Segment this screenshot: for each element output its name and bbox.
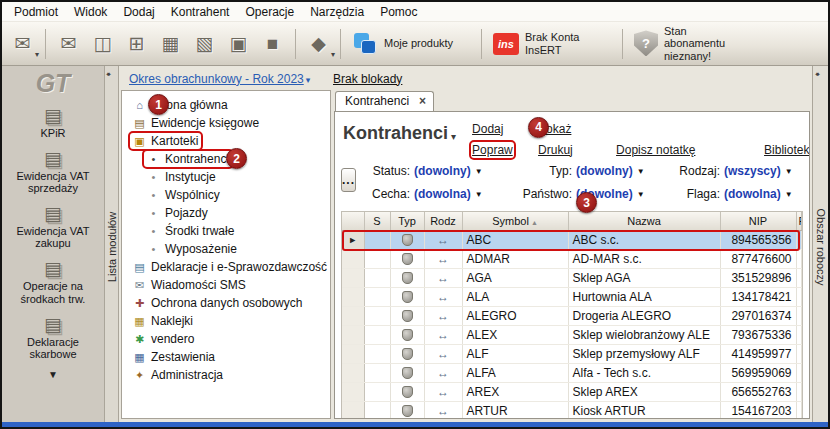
cell-typ <box>390 249 424 268</box>
filter-value-dropdown[interactable]: (dowolna) <box>724 187 781 201</box>
column-header-typ[interactable]: Typ <box>390 212 424 230</box>
module-kpir[interactable]: ▤KPiR <box>2 101 104 144</box>
eraser-icon[interactable]: ⊞ <box>120 27 153 61</box>
both-directions-icon: ↔ <box>437 252 449 266</box>
tree-item-inner: •Instytucje <box>144 169 219 185</box>
archive-icon[interactable]: ▣ <box>222 27 255 61</box>
column-header-selector[interactable] <box>342 212 364 230</box>
chevron-down-icon: ▾ <box>306 75 311 85</box>
action-poka[interactable]: Pokaż4 <box>538 122 571 136</box>
tree-item-administracja[interactable]: ✦Administracja <box>122 366 330 384</box>
lock-status-link[interactable]: Brak blokady <box>333 72 402 86</box>
documents-icon[interactable]: ▦ <box>154 27 187 61</box>
tree-item-instytucje[interactable]: •Instytucje <box>122 168 330 186</box>
cell-nip: 414959977 <box>720 344 796 363</box>
menu-dodaj[interactable]: Dodaj <box>115 3 162 21</box>
actions: DodajPokaż4 PoprawDrukujDopisz notatkęBi… <box>472 118 810 160</box>
ledger-icon: ▤ <box>133 118 146 129</box>
table-row-alfa[interactable]: ↔ALFAAlfa - Tech s.c.569959069 <box>342 363 802 382</box>
tree-item-ochrona-danych-osobowych[interactable]: ✚Ochrona danych osobowych <box>122 294 330 312</box>
tree-item-wiadomo-ci-sms[interactable]: ✉Wiadomości SMS <box>122 276 330 294</box>
tree-item-zestawienia[interactable]: ▦Zestawienia <box>122 348 330 366</box>
collapse-arrows-icon[interactable]: ◂▸ <box>106 70 109 78</box>
tree-item-vendero[interactable]: ✱vendero <box>122 330 330 348</box>
funnel-icon[interactable]: ◆▾ <box>302 27 335 61</box>
table-row-alegro[interactable]: ↔ALEGRODrogeria ALEGRO297016374 <box>342 306 802 325</box>
column-header-rodz[interactable]: Rodz <box>424 212 462 230</box>
tree-item-strona-g-wna[interactable]: ⌂Strona główna1 <box>122 96 330 114</box>
menu-widok[interactable]: Widok <box>66 3 115 21</box>
table-row-alf[interactable]: ↔ALFSklep przemysłowy ALF414959977 <box>342 344 802 363</box>
tree-item-wsp-lnicy[interactable]: •Wspólnicy <box>122 186 330 204</box>
table-row-artur[interactable]: ↔ARTURKiosk ARTUR154167203 <box>342 401 802 418</box>
tree-item-pojazdy[interactable]: •Pojazdy <box>122 204 330 222</box>
menu-operacje[interactable]: Operacje <box>237 3 302 21</box>
cell-nip: 656552763 <box>720 382 796 401</box>
tree-item-inner: ▤Ewidencje księgowe <box>130 115 262 131</box>
cell-nip: 793675336 <box>720 325 796 344</box>
table-row-arex[interactable]: ↔AREXSklep AREX656552763 <box>342 382 802 401</box>
action-popraw[interactable]: Popraw <box>472 143 513 157</box>
tree-item-naklejki[interactable]: ▦Naklejki <box>122 312 330 330</box>
more-modules-button[interactable]: ▼ <box>48 369 58 380</box>
module-operacje-na-rodkach-trw[interactable]: ▤Operacje na środkach trw. <box>2 254 104 309</box>
my-products-button[interactable]: Moje produkty <box>346 31 476 56</box>
tree-item-kontrahenci[interactable]: •Kontrahenci2 <box>122 150 330 168</box>
column-header-f[interactable]: F <box>796 212 802 230</box>
column-header-s[interactable]: S <box>364 212 390 230</box>
table-row-alex[interactable]: ↔ALEXSklep wielobranżowy ALE793675336 <box>342 325 802 344</box>
close-icon[interactable]: × <box>419 95 426 107</box>
mail-icon[interactable]: ✉ <box>52 27 85 61</box>
cell-symbol: ALF <box>462 344 568 363</box>
cube-icon[interactable]: ■ <box>256 27 289 61</box>
workspace-strip[interactable]: ◂▸ Obszar roboczy <box>812 66 828 427</box>
menu-pomoc[interactable]: Pomoc <box>372 3 425 21</box>
subscription-status-button[interactable]: ? Stan abonamentu nieznany! <box>628 25 756 63</box>
table-row-admar[interactable]: ↔ADMARAD-MAR s.c.877476600 <box>342 249 802 268</box>
modules-list-strip[interactable]: ◂▸ Lista modułów <box>105 66 119 427</box>
more-filters-button[interactable]: ... <box>341 168 356 192</box>
tree-item-rodki-trwa-e[interactable]: •Środki trwałe <box>122 222 330 240</box>
contractor-type-icon <box>402 386 413 398</box>
column-header-nazwa[interactable]: Nazwa <box>568 212 720 230</box>
tree-item-inner: •Wyposażenie <box>144 241 240 257</box>
page-title-dropdown[interactable]: Kontrahenci ▾ <box>343 123 456 144</box>
table-row-abc[interactable]: ►↔ABCABC s.c.894565356 <box>342 230 802 249</box>
tree-item-deklaracje-i-e-sprawozdawczo[interactable]: ▤Deklaracje i e-Sprawozdawczość <box>122 258 330 276</box>
accounting-period-dropdown[interactable]: Okres obrachunkowy - Rok 2023▾ <box>129 72 310 86</box>
cell-nip: 154167203 <box>720 401 796 418</box>
send-icon[interactable]: ✉▾ <box>6 27 39 61</box>
action-dodaj[interactable]: Dodaj <box>472 122 503 136</box>
filter-value-dropdown[interactable]: (wszyscy) <box>724 164 781 178</box>
menu-kontrahent[interactable]: Kontrahent <box>163 3 238 21</box>
bottom-status-bar <box>2 422 828 427</box>
table-row-aga[interactable]: ↔AGASklep AGA351529896 <box>342 268 802 287</box>
filter-value-dropdown[interactable]: (dowolna) <box>414 187 471 201</box>
module-deklaracje-skarbowe[interactable]: ▤Deklaracje skarbowe <box>2 310 104 365</box>
sms-icon: ✉ <box>133 280 146 291</box>
module-ewidencja-vat-zakupu[interactable]: ▤Ewidencja VAT zakupu <box>2 199 104 254</box>
documents-stack-icon: ▤ <box>44 315 62 334</box>
menu-narz-dzia[interactable]: Narzędzia <box>302 3 372 21</box>
table-row-ala[interactable]: ↔ALAHurtownia ALA134178421 <box>342 287 802 306</box>
insert-account-button[interactable]: ins Brak Konta InsERT <box>487 31 617 56</box>
copy-icon[interactable]: ◫ <box>86 27 119 61</box>
layers-icon[interactable]: ▧ <box>188 27 221 61</box>
menu-podmiot[interactable]: Podmiot <box>6 3 66 21</box>
column-header-nip[interactable]: NIP <box>720 212 796 230</box>
action-biblioteka-dok[interactable]: Biblioteka dok <box>764 143 810 157</box>
tree-item-kartoteki[interactable]: ▣Kartoteki <box>122 132 330 150</box>
collapse-arrows-icon[interactable]: ◂▸ <box>815 70 818 78</box>
filter-value-dropdown[interactable]: (dowolny) <box>576 164 633 178</box>
tab-kontrahenci[interactable]: Kontrahenci × <box>335 91 434 112</box>
action-dopisz-notatk[interactable]: Dopisz notatkę <box>616 143 695 157</box>
dropdown-caret-icon: ▾ <box>35 50 39 59</box>
tree-item-ewidencje-ksi-gowe[interactable]: ▤Ewidencje księgowe <box>122 114 330 132</box>
cell-f <box>796 382 802 401</box>
tree-item-wyposa-enie[interactable]: •Wyposażenie <box>122 240 330 258</box>
filter-value-dropdown[interactable]: (dowolny) <box>414 164 471 178</box>
column-header-symbol[interactable]: Symbol▲ <box>462 212 568 230</box>
module-ewidencja-vat-sprzeda-y[interactable]: ▤Ewidencja VAT sprzedaży <box>2 144 104 199</box>
action-drukuj[interactable]: Drukuj <box>538 143 573 157</box>
documents-stack-icon: ▤ <box>44 149 62 168</box>
